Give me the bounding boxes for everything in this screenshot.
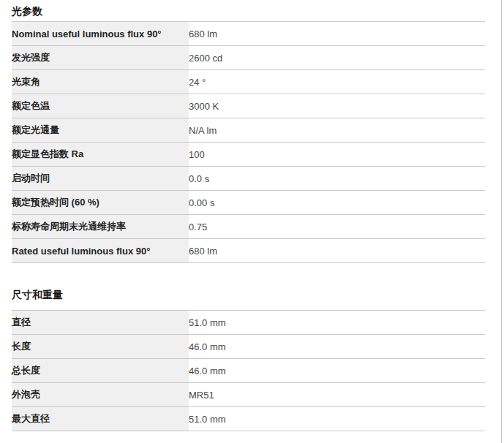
spec-value: 0.00 s <box>189 191 485 215</box>
spec-label: 额定显色指数 Ra <box>12 143 189 167</box>
spec-label: 标称寿命周期末光通维持率 <box>12 215 189 239</box>
spec-value: 0.75 <box>189 215 485 239</box>
spec-row: 额定光通量N/A lm <box>12 118 485 143</box>
spec-row: Nominal useful luminous flux 90°680 lm <box>12 22 485 46</box>
spec-row: 直径51.0 mm <box>12 311 485 335</box>
spec-value: 3000 K <box>189 94 485 118</box>
spec-section: 光参数 Nominal useful luminous flux 90°680 … <box>12 5 485 263</box>
spec-row: 长度46.0 mm <box>12 335 485 359</box>
spec-label: 总长度 <box>12 359 189 383</box>
spec-label: 直径 <box>12 311 189 335</box>
spec-value: MR51 <box>189 383 485 407</box>
spec-label: Nominal useful luminous flux 90° <box>12 22 189 46</box>
spec-value: 46.0 mm <box>189 335 485 359</box>
spec-label: 最大直径 <box>12 407 189 431</box>
spec-row: 总长度46.0 mm <box>12 359 485 383</box>
spec-label: 外泡壳 <box>12 383 189 407</box>
spec-row: 最大直径51.0 mm <box>12 407 485 431</box>
spec-row: 额定显色指数 Ra100 <box>12 143 485 167</box>
spec-value: 680 lm <box>189 22 485 46</box>
product-spec-page: 光参数 Nominal useful luminous flux 90°680 … <box>0 0 504 443</box>
spec-row: 额定预热时间 (60 %)0.00 s <box>12 191 485 215</box>
spec-row: 额定色温3000 K <box>12 94 485 118</box>
spec-value: 51.0 mm <box>189 407 485 431</box>
spec-value: 100 <box>189 143 485 167</box>
spec-table: 直径51.0 mm长度46.0 mm总长度46.0 mm外泡壳MR51最大直径5… <box>12 310 485 431</box>
spec-row: Rated useful luminous flux 90°680 lm <box>12 239 485 263</box>
spec-label: 额定色温 <box>12 94 189 118</box>
spec-table: Nominal useful luminous flux 90°680 lm发光… <box>12 21 485 263</box>
spec-label: 发光强度 <box>12 46 189 70</box>
spec-label: 光束角 <box>12 70 189 94</box>
spec-row: 光束角24 ° <box>12 70 485 94</box>
spec-value: 24 ° <box>189 70 485 94</box>
spec-label: 启动时间 <box>12 167 189 191</box>
spec-label: 长度 <box>12 335 189 359</box>
spec-row: 标称寿命周期末光通维持率0.75 <box>12 215 485 239</box>
spec-value: 680 lm <box>189 239 485 263</box>
spec-value: 2600 cd <box>189 46 485 70</box>
spec-section: 尺寸和重量 直径51.0 mm长度46.0 mm总长度46.0 mm外泡壳MR5… <box>12 289 485 431</box>
section-title: 尺寸和重量 <box>12 289 485 300</box>
spec-label: 额定光通量 <box>12 118 189 143</box>
page-right-border <box>501 0 502 443</box>
spec-row: 外泡壳MR51 <box>12 383 485 407</box>
spec-row: 启动时间0.0 s <box>12 167 485 191</box>
spec-value: 0.0 s <box>189 167 485 191</box>
spec-label: Rated useful luminous flux 90° <box>12 239 189 263</box>
spec-value: 46.0 mm <box>189 359 485 383</box>
spec-label: 额定预热时间 (60 %) <box>12 191 189 215</box>
section-title: 光参数 <box>12 5 485 17</box>
spec-value: 51.0 mm <box>189 311 485 335</box>
spec-sections: 光参数 Nominal useful luminous flux 90°680 … <box>12 0 485 431</box>
spec-row: 发光强度2600 cd <box>12 46 485 70</box>
spec-value: N/A lm <box>189 118 485 143</box>
